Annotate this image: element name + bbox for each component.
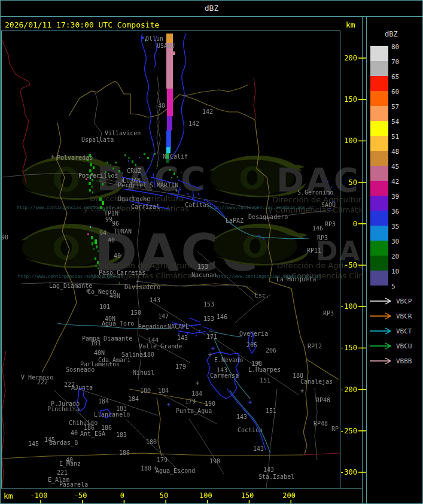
colorbar-tick-label: 54 (391, 119, 399, 126)
right-axis-label: -200 (340, 385, 357, 394)
map-label: Perdriel (118, 182, 147, 189)
colorbar-tick-label: 80 (391, 44, 399, 51)
map-label: 143 (236, 414, 247, 420)
map-label: CRUZ (127, 168, 141, 174)
echo-cell (142, 37, 144, 39)
echo-cell (102, 183, 104, 186)
map-label: 150 (130, 309, 141, 316)
vector-label: VBCT (396, 327, 412, 335)
echo-cell (92, 242, 93, 245)
map-label: 186 (119, 450, 130, 456)
echo-cell (99, 180, 101, 181)
map-label: 147 (158, 313, 169, 320)
echo-cell (91, 236, 93, 239)
map-label: 180 (144, 351, 154, 358)
echo-cell (128, 157, 130, 159)
canal-dot (196, 335, 197, 336)
echo-cell (92, 192, 93, 193)
colorbar-swatch (370, 151, 388, 166)
map-label: 40 (114, 253, 121, 259)
map-label: Pampa_Diamante (82, 335, 132, 342)
echo-cell (96, 245, 98, 248)
dacc-watermark-line1: Dirección de Agricultura (272, 195, 366, 204)
map-label: 143 (177, 335, 188, 341)
colorbar-swatch (370, 211, 388, 226)
map-label: 222 (37, 379, 48, 385)
radar-map-plot: DACCDirección de Agriculturay Contingenc… (0, 0, 423, 504)
map-label: RP (331, 426, 339, 432)
canal-dot (210, 204, 211, 205)
canal-dot (162, 180, 163, 181)
map-label: 184 (158, 387, 169, 394)
international-boundary (254, 78, 256, 119)
echo-cell (98, 250, 99, 252)
dacc-watermark-url: http://www.contingencias.mendoza.gov.ar (17, 205, 123, 210)
colorbar-swatch (370, 256, 388, 271)
bottom-axis-label: -100 (31, 491, 48, 500)
river-blue (189, 318, 200, 322)
map-label: 184 (128, 396, 139, 402)
colorbar-swatch (370, 121, 388, 136)
map-label: Pincheira (47, 406, 80, 412)
colorbar-tick-label: 45 (391, 163, 399, 171)
right-axis-label: 150 (344, 95, 357, 104)
province-boundary (157, 397, 162, 456)
echo-cell (90, 163, 92, 166)
map-label: RP3 (317, 235, 328, 241)
echo-cell (90, 226, 91, 228)
bottom-axis-label: 0 (120, 491, 124, 500)
map-label: LaPAZ (226, 217, 244, 224)
map-label: Polvaredas (57, 154, 93, 161)
canal-dot (263, 238, 264, 239)
page-title: dBZ (205, 4, 218, 13)
map-label: Villavicen (105, 130, 141, 136)
map-label: RP3 (323, 310, 334, 317)
map-label: 40 (71, 430, 78, 436)
echo-cell (160, 169, 162, 170)
echo-cell (112, 168, 114, 169)
map-label: Sosneado (66, 366, 95, 373)
river-blue (203, 327, 214, 330)
map-label: 180 (141, 465, 151, 472)
echo-streak-segment (166, 147, 171, 153)
map-label: Sta.Isabel (258, 473, 294, 480)
map-label: RP12 (308, 343, 322, 350)
echo-cell (174, 172, 175, 175)
vector-arrow-icon (369, 297, 392, 305)
road-line (189, 419, 224, 474)
echo-streak-segment (166, 130, 171, 147)
canal-dot (331, 187, 332, 188)
map-label: 151 (260, 377, 270, 384)
map-label: N.Calif (163, 153, 188, 160)
echo-cell (151, 160, 152, 162)
map-label: S.Geronimo (297, 189, 333, 196)
map-label: 143 (263, 466, 274, 473)
map-label: Esc. (255, 292, 269, 299)
map-label: 146 (217, 314, 227, 320)
canal-dot (141, 174, 142, 175)
vector-arrow-icon (369, 357, 392, 365)
map-label: 146 (312, 225, 323, 232)
canal-dot (192, 198, 193, 199)
echo-cell (139, 157, 140, 158)
colorbar-tick-label: 42 (391, 178, 399, 186)
map-label: Desaguadero (248, 214, 288, 220)
bottom-axis: km-100-50050100150200 (4, 491, 296, 504)
vector-label: VBCU (396, 342, 412, 350)
echo-streak-segment (166, 43, 173, 89)
station-plus-marker (211, 347, 215, 350)
echo-cell (124, 154, 126, 156)
map-label: 153 (203, 315, 214, 322)
right-axis-label: -150 (340, 344, 357, 352)
echo-cell (93, 166, 95, 169)
vector-arrow-icon (369, 342, 392, 350)
right-axis-label: 0 (353, 220, 357, 228)
map-label: 190 (209, 458, 220, 464)
map-label: 143 (217, 367, 227, 374)
colorbar-tick-label: 60 (391, 89, 399, 96)
station-plus-marker (248, 400, 252, 404)
map-label: 96 (112, 220, 119, 227)
map-label: RP11 (307, 247, 321, 254)
province-boundary (306, 359, 339, 379)
colorbar-swatch (370, 136, 388, 151)
